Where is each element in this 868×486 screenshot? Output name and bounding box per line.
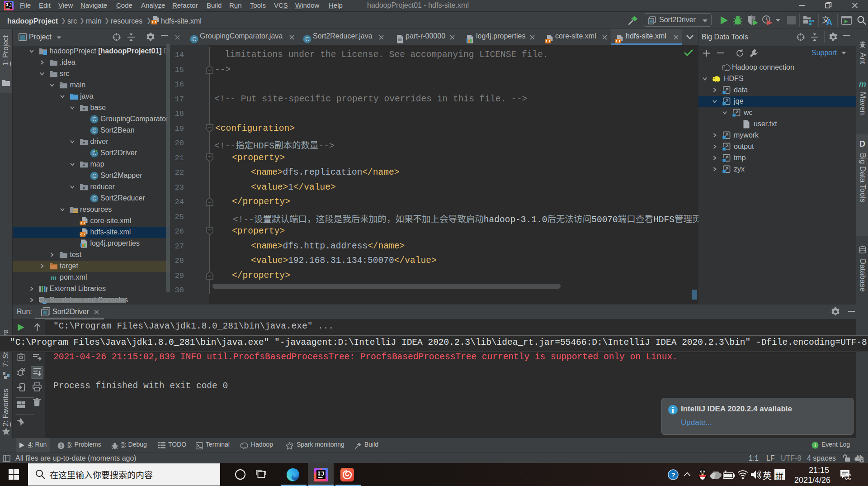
svg-text:C: C xyxy=(92,116,96,123)
svg-text:C: C xyxy=(192,36,196,43)
svg-text:m: m xyxy=(50,273,56,282)
svg-text:C: C xyxy=(305,36,309,43)
svg-text:C: C xyxy=(92,195,96,202)
svg-text:1: 1 xyxy=(847,474,849,480)
svg-text:C: C xyxy=(92,128,96,134)
svg-text:1: 1 xyxy=(814,443,816,448)
svg-text:?: ? xyxy=(671,471,675,479)
svg-text:?: ? xyxy=(858,454,861,460)
svg-text:C: C xyxy=(92,173,96,179)
